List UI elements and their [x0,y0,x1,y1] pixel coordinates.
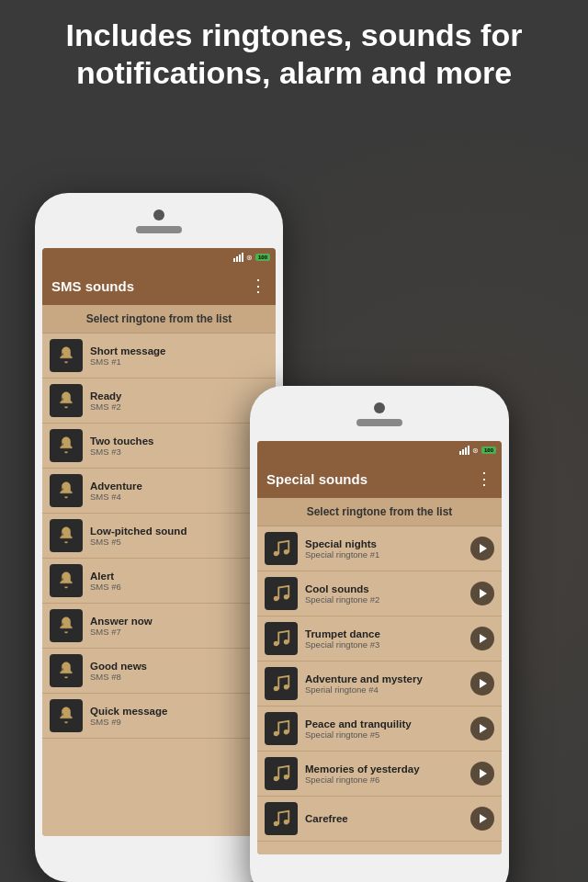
svg-rect-5 [62,578,64,581]
list-item[interactable]: Short message SMS #1 [42,334,276,379]
ringtone-name: Cool sounds [305,583,463,594]
list-item[interactable]: Memories of yesterday Special ringtone #… [257,752,502,797]
list-item[interactable]: Adventure SMS #4 [42,469,276,514]
ringtone-info-4: Low-pitched sound SMS #5 [90,526,268,547]
ringtone-sub: Special ringtone #1 [305,549,463,560]
ringtone-name: Alert [90,571,268,582]
list-item[interactable]: Special nights Special ringtone #1 [257,526,502,571]
list-item[interactable]: Cool sounds Special ringtone #2 [257,571,502,616]
ringtone-name: Answer now [90,616,268,627]
svg-rect-2 [62,443,64,446]
wifi-icon: ⊛ [472,447,479,455]
ringtone-sub: SMS #4 [90,492,268,502]
phone2-appbar: Special sounds ⋮ [257,459,502,498]
list-item[interactable]: Carefree [257,797,502,842]
phone2-content-header: Select ringtone from the list [257,498,502,526]
list-item[interactable]: Good news SMS #8 [42,649,276,694]
ringtone-icon-2 [50,429,83,462]
phone2-menu-icon[interactable]: ⋮ [476,469,492,489]
ringtone-sub: Special ringtone #5 [305,729,463,740]
phone1-camera [153,209,164,220]
list-item[interactable]: Quick message SMS #9 [42,694,276,739]
phone2-ringtone-list: Special nights Special ringtone #1 Cool … [257,526,502,854]
svg-point-21 [274,821,279,827]
ringtone-sub: SMS #7 [90,627,268,637]
ringtone-name: Quick message [90,706,268,717]
svg-rect-8 [62,713,64,716]
phone2-screen: ⊛ 100 Special sounds ⋮ Select ringtone f… [257,441,502,854]
phone2-appbar-title: Special sounds [266,471,368,487]
ringtone-sub: SMS #6 [90,582,268,592]
ringtone-icon-4 [265,712,298,745]
ringtone-name: Carefree [305,813,463,824]
ringtone-name: Trumpet dance [305,628,463,639]
phone1-status-bar: ⊛ 100 [42,248,276,266]
list-item[interactable]: Two touches SMS #3 [42,424,276,469]
phone1-screen: ⊛ 100 SMS sounds ⋮ Select ringtone from … [42,248,276,836]
list-item[interactable]: Answer now SMS #7 [42,604,276,649]
ringtone-sub: Special ringtone #2 [305,594,463,605]
list-item[interactable]: Ready SMS #2 [42,379,276,424]
ringtone-info-1: Ready SMS #2 [90,390,268,412]
ringtone-icon-1 [265,577,298,610]
svg-rect-7 [62,668,64,671]
ringtone-name: Peace and tranquility [305,718,463,729]
ringtone-name: Special nights [305,538,463,549]
phone1-appbar: SMS sounds ⋮ [42,266,276,305]
phone1: ⊛ 100 SMS sounds ⋮ Select ringtone from … [35,193,283,882]
ringtone-sub: SMS #3 [90,447,268,457]
ringtone-icon-7 [50,654,83,687]
ringtone-name: Short message [90,345,268,356]
svg-rect-3 [62,488,64,491]
list-item[interactable]: Peace and tranquility Special ringtone #… [257,707,502,752]
ringtone-info-1: Cool sounds Special ringtone #2 [305,583,463,605]
play-button-2[interactable] [470,627,494,650]
svg-point-16 [284,684,289,690]
ringtone-icon-2 [265,622,298,655]
ringtone-icon-6 [265,802,298,835]
ringtone-sub: SMS #9 [90,717,268,727]
ringtone-sub: Special ringtone #3 [305,639,463,650]
list-item[interactable]: Low-pitched sound SMS #5 [42,514,276,559]
ringtone-info-3: Adventure SMS #4 [90,481,268,502]
list-item[interactable]: Adventure and mystery Sperial ringtone #… [257,662,502,707]
ringtone-info-8: Quick message SMS #9 [90,706,268,727]
phone1-menu-icon[interactable]: ⋮ [250,276,266,296]
ringtone-icon-5 [265,757,298,790]
ringtone-sub: Sperial ringtone #4 [305,684,463,695]
phone2-speaker [356,419,402,426]
svg-point-18 [284,729,289,735]
svg-rect-1 [62,398,64,401]
svg-point-19 [274,776,279,782]
svg-point-17 [274,731,279,737]
phone1-appbar-title: SMS sounds [51,278,134,294]
ringtone-name: Ready [90,390,268,401]
list-item[interactable]: Trumpet dance Special ringtone #3 [257,616,502,662]
ringtone-icon-8 [50,699,83,732]
play-button-3[interactable] [470,672,494,695]
phone1-ringtone-list: Short message SMS #1 Ready SMS #2 Two to… [42,334,276,836]
wifi-icon: ⊛ [246,254,253,262]
play-button-5[interactable] [470,762,494,786]
phone2-status-bar: ⊛ 100 [257,441,502,459]
signal-icon [233,253,243,262]
svg-point-22 [284,820,289,825]
svg-point-10 [284,549,289,555]
phone1-speaker [136,226,182,233]
ringtone-name: Two touches [90,435,268,447]
phone2: ⊛ 100 Special sounds ⋮ Select ringtone f… [250,386,509,882]
ringtone-icon-1 [50,384,83,417]
ringtone-info-4: Peace and tranquility Special ringtone #… [305,718,463,740]
ringtone-info-6: Answer now SMS #7 [90,616,268,637]
play-button-4[interactable] [470,717,494,741]
list-item[interactable]: Alert SMS #6 [42,559,276,604]
svg-rect-4 [62,533,64,536]
ringtone-info-3: Adventure and mystery Sperial ringtone #… [305,673,463,695]
ringtone-icon-0 [50,339,83,372]
svg-point-9 [274,551,279,557]
header-line2: notifications, alarm and more [76,55,512,90]
play-button-1[interactable] [470,582,494,605]
ringtone-info-0: Short message SMS #1 [90,345,268,367]
play-button-0[interactable] [470,537,494,560]
play-button-6[interactable] [470,807,494,831]
